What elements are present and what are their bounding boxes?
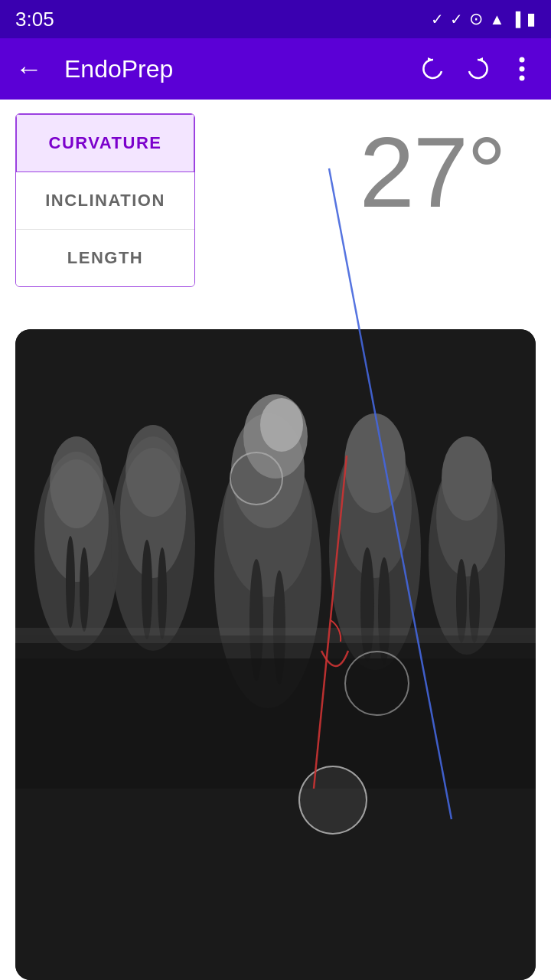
app-bar: ← EndoPrep [0,38,551,100]
svg-point-28 [442,436,492,521]
wifi-icon: ▲ [489,11,504,28]
handle-top[interactable] [230,452,283,505]
status-time: 3:05 [15,8,54,31]
measurement-display: 27° [359,122,505,222]
circle-icon: ⊙ [469,9,483,29]
menu-item-curvature[interactable]: CURVATURE [15,113,195,173]
xray-teeth-svg [15,329,536,980]
menu-item-length[interactable]: LENGTH [16,230,194,286]
svg-point-13 [158,547,167,639]
xray-image[interactable] [15,329,536,980]
svg-point-6 [50,436,103,528]
app-bar-actions [418,54,537,84]
svg-point-2 [520,76,525,81]
check-icon-2: ✓ [450,10,463,28]
svg-point-8 [80,547,89,632]
app-title: EndoPrep [64,55,406,83]
svg-point-23 [344,413,406,513]
status-icons: ✓ ✓ ⊙ ▲ ▐ ▮ [431,9,536,29]
status-bar: 3:05 ✓ ✓ ⊙ ▲ ▐ ▮ [0,0,551,38]
svg-rect-33 [15,628,536,643]
back-button[interactable]: ← [14,54,44,84]
check-icon-1: ✓ [431,10,444,28]
svg-point-12 [142,540,152,639]
menu-item-inclination[interactable]: INCLINATION [16,172,194,230]
svg-point-7 [66,536,75,628]
handle-bottom[interactable] [298,766,367,835]
svg-rect-32 [15,658,536,789]
handle-middle[interactable] [344,651,409,716]
svg-point-1 [520,67,525,72]
signal-icon: ▐ [510,11,520,28]
svg-point-18 [260,398,303,452]
measurement-menu: CURVATURE INCLINATION LENGTH [15,113,195,287]
undo-icon[interactable] [418,54,448,84]
more-icon[interactable] [507,54,537,84]
battery-icon: ▮ [527,9,536,29]
xray-background [15,329,536,980]
redo-icon[interactable] [462,54,493,84]
main-content: CURVATURE INCLINATION LENGTH 27° [0,100,551,980]
svg-point-11 [126,425,181,517]
svg-point-0 [520,57,525,63]
